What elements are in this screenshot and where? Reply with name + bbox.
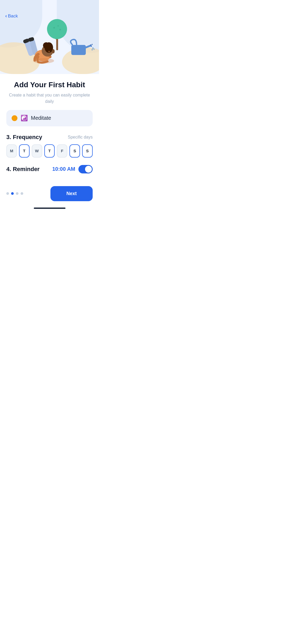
svg-point-5 — [93, 48, 95, 50]
svg-point-23 — [52, 49, 55, 53]
frequency-title: 3. Frequency — [6, 134, 42, 141]
day-monday[interactable]: M — [6, 144, 17, 158]
page-subtitle: Create a habit that you can easily compl… — [6, 92, 93, 105]
svg-point-11 — [53, 27, 55, 29]
bottom-bar: Next — [0, 180, 99, 205]
habit-name: Meditate — [31, 115, 51, 121]
svg-point-3 — [91, 46, 92, 47]
svg-rect-0 — [71, 45, 86, 55]
home-indicator — [34, 208, 65, 209]
frequency-value: Specific days — [68, 135, 93, 140]
page-title: Add Your First Habit — [6, 80, 93, 89]
day-tuesday[interactable]: T — [19, 144, 30, 158]
svg-point-6 — [92, 49, 93, 50]
dot-3 — [16, 192, 18, 195]
back-label: Back — [8, 13, 18, 19]
toggle-knob — [85, 166, 92, 173]
habit-emoji: ☯️ — [21, 115, 28, 122]
day-friday[interactable]: F — [57, 144, 67, 158]
reminder-right: 10:00 AM — [52, 165, 93, 173]
day-wednesday[interactable]: W — [32, 144, 42, 158]
svg-point-1 — [90, 44, 91, 45]
dot-2 — [11, 192, 14, 195]
reminder-title: 4. Reminder — [6, 166, 40, 173]
frequency-section-header: 3. Frequency Specific days — [6, 134, 93, 141]
habit-color-dot — [12, 115, 17, 121]
svg-point-13 — [59, 29, 61, 30]
svg-point-4 — [92, 47, 93, 49]
day-thursday[interactable]: T — [44, 144, 55, 158]
back-chevron-icon: ‹ — [5, 13, 7, 19]
hero-section: ‹ Back — [0, 0, 99, 74]
svg-point-22 — [48, 51, 50, 52]
dot-4 — [21, 192, 23, 195]
dot-1 — [6, 192, 9, 195]
reminder-section: 4. Reminder 10:00 AM — [6, 165, 93, 173]
main-content: Add Your First Habit Create a habit that… — [0, 80, 99, 173]
svg-point-12 — [58, 25, 59, 27]
days-selector: M T W T F S S — [6, 144, 93, 158]
reminder-toggle[interactable] — [78, 165, 93, 173]
hero-illustration — [0, 0, 99, 74]
habit-card[interactable]: ☯️ Meditate — [6, 110, 93, 126]
pagination-dots — [6, 192, 23, 195]
back-button[interactable]: ‹ Back — [5, 13, 18, 19]
svg-point-10 — [47, 19, 67, 39]
next-button[interactable]: Next — [50, 186, 93, 201]
svg-point-2 — [92, 44, 93, 45]
day-sunday[interactable]: S — [82, 144, 93, 158]
day-saturday[interactable]: S — [69, 144, 80, 158]
reminder-time: 10:00 AM — [52, 166, 75, 172]
